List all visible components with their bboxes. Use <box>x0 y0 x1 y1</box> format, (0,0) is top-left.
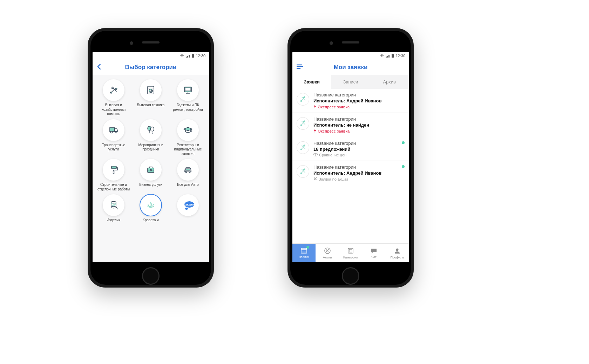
nav-requests[interactable]: Заявки <box>292 244 316 262</box>
svg-point-46 <box>316 179 317 180</box>
category-crafts[interactable]: Изделия <box>96 194 131 223</box>
graduation-cap-icon <box>177 119 199 141</box>
category-label: Бытовая техника <box>137 103 165 108</box>
percent-circle-icon <box>324 247 331 255</box>
svg-point-2 <box>110 92 112 93</box>
request-title: Название категории <box>313 164 405 170</box>
nav-label: Категории <box>343 256 358 259</box>
unread-dot <box>402 141 405 144</box>
nav-label: Заявки <box>299 255 309 259</box>
svg-point-15 <box>115 131 117 133</box>
category-label: Гаджеты и ПК ремонт, настройка <box>171 103 205 112</box>
tag-label: Заявка по акции <box>319 177 348 181</box>
app-header: Выбор категории <box>93 60 209 75</box>
svg-rect-55 <box>348 248 353 253</box>
svg-point-8 <box>150 90 152 92</box>
request-body: Название категории Исполнитель: Андрей И… <box>313 92 405 109</box>
svg-point-26 <box>189 171 190 173</box>
category-tutors[interactable]: Репетиторы и индивидуальные занятия <box>170 119 205 156</box>
category-auto[interactable]: Все для Авто <box>170 159 205 191</box>
svg-point-19 <box>191 131 192 132</box>
svg-text:ASK@DO: ASK@DO <box>184 203 195 206</box>
phone-mockup-requests: 12:30 Мои заявки Заявки Записи Архив <box>287 28 414 288</box>
category-business[interactable]: Бизнес услуги <box>133 159 168 191</box>
thread-spool-icon <box>103 194 124 216</box>
battery-icon <box>191 54 194 58</box>
category-household-help[interactable]: Бытовая и хозяйственная помощь <box>96 79 131 116</box>
svg-rect-10 <box>185 88 191 91</box>
nav-promos[interactable]: Акции <box>316 244 339 262</box>
tab-requests[interactable]: Заявки <box>292 75 331 89</box>
askodo-logo-icon: ASK@DO <box>177 194 199 216</box>
svg-point-30 <box>185 208 188 210</box>
chat-icon <box>370 248 377 255</box>
home-button[interactable] <box>342 267 359 285</box>
page-title: Мои заявки <box>292 64 409 71</box>
phone-earpiece-area <box>292 33 409 52</box>
svg-rect-21 <box>113 171 114 174</box>
screen-requests: 12:30 Мои заявки Заявки Записи Архив <box>292 52 409 262</box>
phone-bezel: 12:30 Мои заявки Заявки Записи Архив <box>290 31 411 285</box>
category-askodo[interactable]: ASK@DO <box>170 194 205 223</box>
car-icon <box>177 159 199 181</box>
category-label: Все для Авто <box>177 183 199 187</box>
category-label: Мероприятия и праздники <box>134 143 168 152</box>
home-button[interactable] <box>142 267 160 285</box>
svg-point-25 <box>185 171 187 173</box>
svg-rect-47 <box>301 248 307 253</box>
truck-icon <box>103 119 124 141</box>
svg-point-45 <box>314 177 315 178</box>
nav-badge-dot <box>306 246 309 249</box>
menu-button[interactable] <box>297 64 303 70</box>
nav-chat[interactable]: Чат <box>362 244 385 262</box>
svg-rect-1 <box>192 54 194 54</box>
tools-icon <box>297 93 309 106</box>
category-label: Транспортные услуги <box>97 143 130 152</box>
tab-records[interactable]: Записи <box>331 75 370 89</box>
paint-roller-icon <box>103 159 124 181</box>
category-transport[interactable]: Транспортные услуги <box>96 119 131 156</box>
category-appliances[interactable]: Бытовая техника <box>133 79 168 116</box>
express-badge: Экспресс заявка <box>313 129 405 133</box>
request-item[interactable]: Название категории Исполнитель: Андрей И… <box>292 161 409 185</box>
categories-grid: Бытовая и хозяйственная помощь Бытовая т… <box>93 75 209 262</box>
svg-point-38 <box>301 125 302 126</box>
balloons-icon <box>140 119 162 141</box>
status-bar: 12:30 <box>93 52 209 60</box>
category-label: Бизнес услуги <box>139 183 162 187</box>
category-label: Бытовая и хозяйственная помощь <box>97 103 130 116</box>
status-time: 12:30 <box>395 54 405 58</box>
category-events[interactable]: Мероприятия и праздники <box>133 119 168 156</box>
svg-rect-20 <box>111 166 116 169</box>
percent-icon <box>313 177 317 181</box>
phone-bezel: 12:30 Выбор категории Бытовая и хозяйств… <box>90 31 211 285</box>
nav-profile[interactable]: Профиль <box>386 244 409 262</box>
svg-point-54 <box>328 251 329 252</box>
segment-tabs: Заявки Записи Архив <box>292 75 409 89</box>
phone-speaker <box>342 41 359 43</box>
tools-icon <box>297 141 309 154</box>
request-item[interactable]: Название категории 18 предложений Сравне… <box>292 137 409 161</box>
cellular-icon <box>386 54 390 58</box>
svg-point-14 <box>111 131 113 133</box>
category-beauty[interactable]: Красота и <box>133 194 168 223</box>
svg-line-52 <box>326 249 329 252</box>
phone-mockup-categories: 12:30 Выбор категории Бытовая и хозяйств… <box>88 28 214 288</box>
phone-camera <box>130 41 133 45</box>
page-title: Выбор категории <box>93 64 209 71</box>
svg-point-53 <box>326 249 327 250</box>
request-item[interactable]: Название категории Исполнитель: не найде… <box>292 113 409 137</box>
category-gadgets-pc[interactable]: Гаджеты и ПК ремонт, настройка <box>170 79 205 116</box>
request-item[interactable]: Название категории Исполнитель: Андрей И… <box>292 89 409 113</box>
svg-point-6 <box>150 87 150 88</box>
svg-rect-24 <box>150 170 151 171</box>
request-subtitle: Исполнитель: Андрей Иванов <box>313 170 405 176</box>
nav-categories[interactable]: Категории <box>339 244 362 262</box>
nav-label: Профиль <box>390 256 404 259</box>
back-button[interactable] <box>97 63 101 71</box>
app-header: Мои заявки <box>292 60 409 75</box>
requests-list: Название категории Исполнитель: Андрей И… <box>292 89 409 243</box>
category-construction[interactable]: Строительные и отделочные работы <box>96 159 131 191</box>
request-subtitle: Исполнитель: Андрей Иванов <box>313 98 405 103</box>
tab-archive[interactable]: Архив <box>370 75 409 89</box>
